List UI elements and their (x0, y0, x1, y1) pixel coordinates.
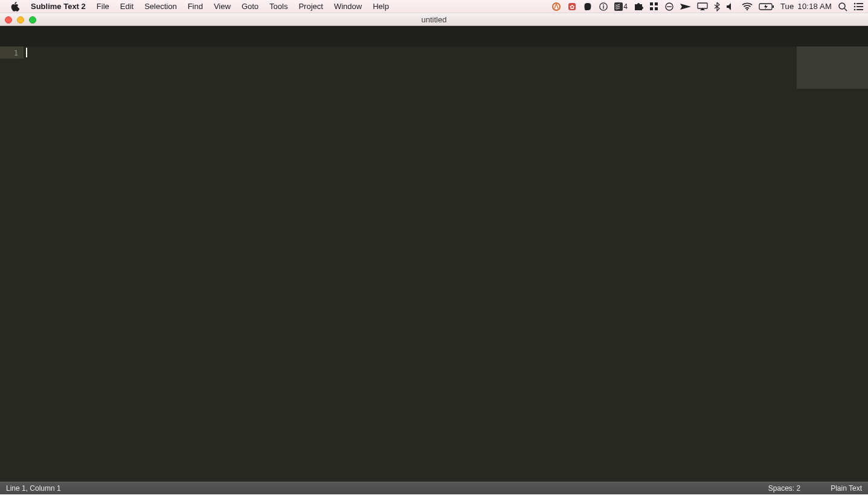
status-indentation[interactable]: Spaces: 2 (768, 484, 800, 493)
editor-area: 1 (0, 46, 868, 482)
tray-bluetooth-icon[interactable] (714, 0, 720, 13)
app-menu[interactable]: Sublime Text 2 (25, 0, 91, 13)
tray-evernote-icon[interactable] (583, 0, 593, 13)
svg-rect-9 (650, 7, 653, 10)
window-title: untitled (0, 15, 868, 24)
tray-todoist-badge: 4 (623, 2, 628, 11)
grid-icon (649, 2, 658, 11)
svg-point-23 (854, 8, 856, 10)
airplay-icon (697, 2, 708, 11)
window-minimize-button[interactable] (17, 16, 24, 24)
tray-send-icon[interactable] (680, 0, 691, 13)
todoist-icon (614, 2, 623, 11)
menu-selection[interactable]: Selection (139, 0, 182, 13)
apple-icon (11, 2, 19, 11)
status-syntax[interactable]: Plain Text (831, 484, 862, 493)
svg-rect-20 (857, 3, 863, 4)
menu-goto[interactable]: Goto (236, 0, 264, 13)
code-editor[interactable] (24, 46, 868, 482)
info-icon (599, 2, 608, 11)
svg-text:✿: ✿ (570, 4, 574, 10)
window-zoom-button[interactable] (29, 16, 36, 24)
search-icon (838, 2, 847, 11)
tray-battery-icon[interactable] (759, 0, 774, 13)
tray-airplay-icon[interactable] (697, 0, 708, 13)
tray-volume-icon[interactable] (726, 0, 736, 13)
menu-find[interactable]: Find (182, 0, 208, 13)
window-close-button[interactable] (5, 16, 12, 24)
status-bar: Line 1, Column 1 Spaces: 2 Plain Text (0, 482, 868, 494)
tray-todoist-icon[interactable]: 4 (614, 0, 628, 13)
tray-spotlight-icon[interactable] (838, 0, 847, 13)
elephant-icon (583, 2, 593, 11)
apple-menu[interactable] (5, 0, 25, 13)
window-titlebar[interactable]: untitled (0, 13, 868, 26)
svg-rect-10 (655, 7, 658, 10)
menubar-left: Sublime Text 2 File Edit Selection Find … (5, 0, 394, 13)
svg-rect-4 (603, 5, 604, 8)
svg-point-19 (854, 2, 856, 4)
mac-menubar: Sublime Text 2 File Edit Selection Find … (0, 0, 868, 13)
tray-circle-icon[interactable] (664, 0, 674, 13)
svg-rect-24 (857, 9, 863, 10)
volume-icon (726, 2, 736, 11)
svg-line-18 (844, 8, 847, 11)
svg-point-17 (839, 3, 845, 9)
circle-slash-icon (664, 2, 674, 11)
menu-file[interactable]: File (91, 0, 115, 13)
svg-rect-8 (655, 2, 658, 5)
line-number: 1 (14, 49, 18, 57)
svg-rect-22 (857, 6, 863, 7)
svg-rect-7 (650, 2, 653, 5)
menu-edit[interactable]: Edit (115, 0, 139, 13)
tray-app-icon-1[interactable] (551, 0, 561, 13)
clock-time: 10:18 AM (797, 2, 832, 11)
tray-info-icon[interactable] (599, 0, 608, 13)
tray-puzzle-icon[interactable] (634, 0, 643, 13)
tray-app-icon-2[interactable]: ✿ (567, 0, 577, 13)
clock-day: Tue (780, 2, 794, 11)
tab-bar[interactable] (0, 26, 868, 46)
menu-window[interactable]: Window (329, 0, 367, 13)
paper-plane-icon (680, 2, 691, 11)
traffic-lights (5, 16, 36, 24)
svg-point-14 (747, 8, 748, 10)
line-number-gutter: 1 (0, 46, 24, 482)
current-line-gutter: 1 (0, 46, 24, 59)
menubar-right: ✿ 4 (551, 0, 863, 13)
list-icon (854, 2, 863, 11)
battery-charging-icon (759, 2, 774, 11)
generic-app-icon: ✿ (567, 2, 577, 11)
svg-rect-5 (603, 4, 604, 5)
menu-view[interactable]: View (208, 0, 236, 13)
wifi-icon (742, 2, 753, 11)
status-cursor-position[interactable]: Line 1, Column 1 (6, 484, 61, 493)
menu-project[interactable]: Project (293, 0, 328, 13)
menu-tools[interactable]: Tools (264, 0, 293, 13)
svg-point-21 (854, 5, 856, 7)
puzzle-icon (634, 2, 643, 11)
generic-app-icon (551, 2, 561, 11)
sublime-window: untitled 1 Line 1, Column 1 Spaces: 2 Pl… (0, 13, 868, 494)
tray-grid-icon[interactable] (649, 0, 658, 13)
menu-help[interactable]: Help (367, 0, 394, 13)
tray-notifications-icon[interactable] (854, 0, 863, 13)
svg-rect-16 (773, 5, 774, 8)
desktop-strip (0, 494, 868, 498)
bluetooth-icon (714, 2, 720, 11)
svg-rect-13 (698, 3, 707, 8)
minimap[interactable] (797, 46, 868, 89)
tray-clock[interactable]: Tue 10:18 AM (780, 0, 832, 13)
tray-wifi-icon[interactable] (742, 0, 753, 13)
text-cursor (26, 48, 27, 57)
